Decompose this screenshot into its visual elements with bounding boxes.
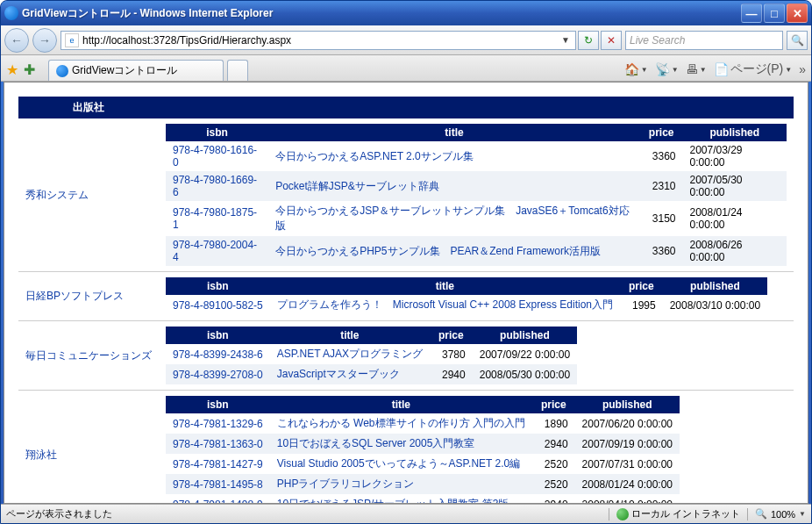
feeds-button[interactable]: 📡▼ [655, 62, 679, 76]
stop-button[interactable]: ✕ [601, 31, 622, 50]
table-row: 978-4-7981-1363-010日でおぼえるSQL Server 2005… [166, 434, 680, 454]
status-bar: ページが表示されました ローカル イントラネット 🔍 100% ▼ [1, 504, 811, 523]
tab-bar: ★ ✚ GridViewコントロール 🏠▼ 📡▼ 🖶▼ 📄 ページ(P)▼ » [1, 55, 811, 82]
col-title: title [270, 396, 532, 413]
isbn-cell[interactable]: 978-4-8399-2708-0 [166, 364, 270, 384]
tab-label: GridViewコントロール [72, 63, 177, 78]
table-row: 978-4-7980-1616-0今日からつかえるASP.NET 2.0サンプル… [166, 141, 787, 171]
isbn-cell[interactable]: 978-4-7981-1495-8 [166, 474, 270, 494]
isbn-cell[interactable]: 978-4-7981-1329-6 [166, 413, 270, 434]
active-tab[interactable]: GridViewコントロール [48, 60, 224, 81]
isbn-cell[interactable]: 978-4-7981-1498-9 [166, 494, 270, 504]
publisher-cell[interactable]: 翔泳社 [18, 391, 159, 505]
zone-icon [616, 508, 629, 520]
table-row: 978-4-7980-1875-1今日からつかえるJSP＆サーブレットサンプル集… [166, 201, 787, 236]
published-cell: 2008/05/30 0:00:00 [473, 364, 577, 384]
col-title: title [270, 277, 620, 295]
published-cell: 2007/09/19 0:00:00 [575, 434, 680, 454]
col-published: published [473, 327, 577, 344]
publisher-cell[interactable]: 毎日コミュニケーションズ [18, 321, 159, 391]
price-cell: 3360 [640, 236, 683, 266]
books-cell: isbntitlepricepublished978-4-7981-1329-6… [159, 391, 794, 505]
published-cell: 2008/04/10 0:00:00 [575, 494, 680, 504]
title-cell[interactable]: Visual Studio 2005でいってみよう～ASP.NET 2.0編 [270, 454, 532, 474]
isbn-cell[interactable]: 978-4-7981-1363-0 [166, 434, 270, 454]
books-table: isbntitlepricepublished978-4-7980-1616-0… [166, 124, 787, 266]
refresh-button[interactable]: ↻ [578, 31, 599, 50]
home-button[interactable]: 🏠▼ [624, 62, 648, 76]
page-menu[interactable]: 📄 ページ(P)▼ [714, 61, 793, 77]
isbn-cell[interactable]: 978-4-7980-1616-0 [166, 141, 268, 171]
price-cell: 1995 [620, 295, 663, 315]
address-dropdown-icon[interactable]: ▼ [559, 35, 572, 45]
zoom-control[interactable]: 🔍 100% ▼ [755, 508, 806, 520]
isbn-cell[interactable]: 978-4-7981-1427-9 [166, 454, 270, 474]
new-tab-button[interactable] [227, 60, 248, 81]
isbn-cell[interactable]: 978-4-7980-1875-1 [166, 201, 268, 236]
maximize-button[interactable]: □ [764, 4, 785, 23]
published-cell: 2007/07/31 0:00:00 [575, 454, 680, 474]
title-cell[interactable]: これならわかる Web標準サイトの作り方 入門の入門 [270, 413, 532, 434]
search-input[interactable]: Live Search [625, 31, 783, 50]
price-cell: 3150 [640, 201, 683, 236]
price-cell: 3780 [430, 344, 473, 364]
title-cell[interactable]: JavaScriptマスターブック [270, 364, 430, 384]
back-button[interactable]: ← [4, 28, 29, 53]
publisher-cell[interactable]: 秀和システム [18, 118, 159, 272]
title-cell[interactable]: 10日でおぼえるSQL Server 2005入門教室 [270, 434, 532, 454]
search-button[interactable]: 🔍 [787, 31, 808, 50]
status-text: ページが表示されました [6, 507, 602, 520]
title-cell[interactable]: Pocket詳解JSP&サーブレット辞典 [268, 171, 640, 201]
published-cell: 2007/06/20 0:00:00 [575, 413, 680, 434]
command-bar: 🏠▼ 📡▼ 🖶▼ 📄 ページ(P)▼ » [624, 61, 806, 81]
print-button[interactable]: 🖶▼ [686, 62, 707, 76]
title-cell[interactable]: プログラムを作ろう！ Microsoft Visual C++ 2008 Exp… [270, 295, 620, 315]
published-cell: 2008/01/24 0:00:00 [575, 474, 680, 494]
price-cell: 2310 [640, 171, 683, 201]
title-cell[interactable]: PHPライブラリコレクション [270, 474, 532, 494]
books-table: isbntitlepricepublished978-4-7981-1329-6… [166, 396, 680, 504]
titlebar: GridViewコントロール - Windows Internet Explor… [1, 1, 811, 25]
isbn-cell[interactable]: 978-4-89100-582-5 [166, 295, 270, 315]
browser-window: GridViewコントロール - Windows Internet Explor… [0, 0, 812, 524]
tools-overflow-icon[interactable]: » [799, 62, 806, 76]
isbn-cell[interactable]: 978-4-7980-1669-6 [166, 171, 268, 201]
nav-bar: ← → e http://localhost:3728/TipsGrid/Hie… [1, 25, 811, 55]
published-cell: 2008/01/24 0:00:00 [682, 201, 787, 236]
published-cell: 2007/03/29 0:00:00 [682, 141, 787, 171]
col-isbn: isbn [166, 327, 270, 344]
minimize-button[interactable]: — [741, 4, 762, 23]
security-zone: ローカル イントラネット [616, 507, 740, 520]
table-row: 978-4-7980-2004-4今日からつかえるPHP5サンプル集 PEAR＆… [166, 236, 787, 266]
favorites-icon[interactable]: ★ [6, 61, 22, 77]
price-cell: 2520 [532, 454, 575, 474]
published-cell: 2008/03/10 0:00:00 [663, 295, 767, 315]
books-cell: isbntitlepricepublished978-4-8399-2438-6… [159, 321, 794, 391]
add-favorites-icon[interactable]: ✚ [24, 61, 39, 77]
price-cell: 1890 [532, 413, 575, 434]
isbn-cell[interactable]: 978-4-7980-2004-4 [166, 236, 268, 266]
title-cell[interactable]: 10日でおぼえるJSP/サーブレット入門教室 第3版 [270, 494, 532, 504]
close-button[interactable]: ✕ [787, 4, 808, 23]
published-cell: 2007/09/22 0:00:00 [473, 344, 577, 364]
col-price: price [640, 124, 683, 141]
forward-button[interactable]: → [32, 28, 57, 53]
col-price: price [430, 327, 473, 344]
table-row: 978-4-7981-1427-9Visual Studio 2005でいってみ… [166, 454, 680, 474]
published-cell: 2007/05/30 0:00:00 [682, 171, 787, 201]
table-row: 978-4-89100-582-5プログラムを作ろう！ Microsoft Vi… [166, 295, 767, 315]
title-cell[interactable]: 今日からつかえるASP.NET 2.0サンプル集 [268, 141, 640, 171]
price-cell: 2940 [430, 364, 473, 384]
col-title: title [268, 124, 640, 141]
title-cell[interactable]: ASP.NET AJAXプログラミング [270, 344, 430, 364]
table-row: 978-4-8399-2438-6ASP.NET AJAXプログラミング3780… [166, 344, 577, 364]
publisher-cell[interactable]: 日経BPソフトプレス [18, 272, 159, 321]
title-cell[interactable]: 今日からつかえるJSP＆サーブレットサンプル集 JavaSE6＋Tomcat6対… [268, 201, 640, 236]
books-cell: isbntitlepricepublished978-4-89100-582-5… [159, 272, 794, 321]
address-bar[interactable]: e http://localhost:3728/TipsGrid/Hierarc… [61, 31, 576, 50]
col-title: title [270, 327, 430, 344]
title-cell[interactable]: 今日からつかえるPHP5サンプル集 PEAR＆Zend Framework活用版 [268, 236, 640, 266]
isbn-cell[interactable]: 978-4-8399-2438-6 [166, 344, 270, 364]
books-table: isbntitlepricepublished978-4-8399-2438-6… [166, 327, 577, 384]
hierarchy-grid: 出版社 秀和システムisbntitlepricepublished978-4-7… [18, 97, 794, 504]
